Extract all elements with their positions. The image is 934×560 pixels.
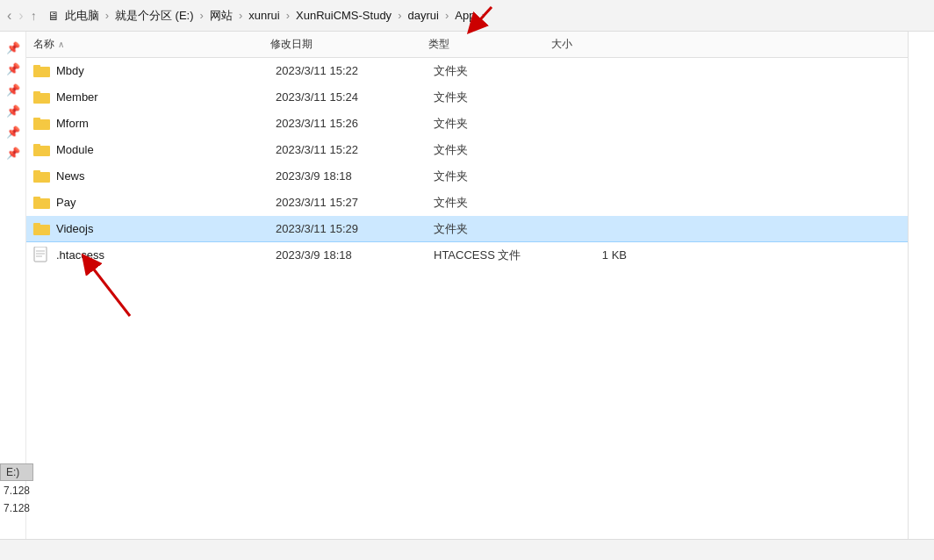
- breadcrumb-xunrui[interactable]: xunrui: [248, 9, 279, 22]
- file-name: Pay: [56, 196, 276, 209]
- folder-icon: [33, 168, 51, 185]
- breadcrumb-dayrui[interactable]: dayrui: [407, 9, 438, 22]
- file-date: 2023/3/11 15:22: [276, 143, 434, 156]
- table-row[interactable]: Module 2023/3/11 15:22 文件夹: [26, 137, 908, 163]
- pin-2[interactable]: 📌: [4, 60, 22, 77]
- file-list: Mbdy 2023/3/11 15:22 文件夹 Member 2023/3/1…: [26, 58, 908, 539]
- pin-5[interactable]: 📌: [4, 123, 22, 140]
- pin-1[interactable]: 📌: [4, 39, 22, 56]
- pin-3[interactable]: 📌: [4, 81, 22, 98]
- file-type: HTACCESS 文件: [434, 248, 557, 263]
- col-header-size[interactable]: 大小: [551, 37, 621, 52]
- column-header: 名称 ∧ 修改日期 类型 大小: [26, 32, 908, 58]
- breadcrumb-pc[interactable]: 此电脑: [65, 8, 99, 24]
- main-layout: 📌 📌 📌 📌 📌 📌 名称 ∧ 修改日期 类型: [0, 32, 934, 539]
- file-name: Module: [56, 143, 276, 156]
- right-panel: [908, 32, 934, 539]
- folder-icon: [33, 141, 51, 159]
- col-header-type[interactable]: 类型: [428, 37, 551, 52]
- breadcrumb-sep4: ›: [286, 9, 290, 22]
- folder-icon: [33, 115, 51, 133]
- file-date: 2023/3/9 18:18: [276, 248, 434, 262]
- file-type: 文件夹: [434, 142, 557, 158]
- bottom-label-2: 7.128: [0, 500, 33, 516]
- file-area: 名称 ∧ 修改日期 类型 大小: [26, 32, 908, 539]
- svg-rect-1: [33, 65, 40, 68]
- file-explorer-window: ‹ › ↑ 🖥 此电脑 › 就是个分区 (E:) › 网站 › xunrui ›…: [0, 0, 934, 560]
- file-name: News: [56, 169, 276, 183]
- file-type: 文件夹: [434, 169, 557, 184]
- breadcrumb-pc-icon: 🖥: [47, 9, 60, 23]
- file-type: 文件夹: [434, 63, 557, 79]
- pin-6[interactable]: 📌: [4, 144, 22, 162]
- file-size: 1 KB: [557, 248, 627, 262]
- file-type: 文件夹: [434, 116, 557, 132]
- table-row[interactable]: Mbdy 2023/3/11 15:22 文件夹: [26, 58, 908, 84]
- file-date: 2023/3/11 15:29: [276, 222, 434, 235]
- sort-icon: ∧: [58, 39, 64, 49]
- file-date: 2023/3/11 15:26: [276, 117, 434, 130]
- svg-rect-9: [33, 170, 40, 174]
- file-name: Videojs: [56, 222, 276, 235]
- svg-rect-13: [33, 223, 40, 226]
- bottom-label-1: 7.128: [0, 483, 33, 499]
- folder-icon: [33, 89, 51, 106]
- breadcrumb-bar: ‹ › ↑ 🖥 此电脑 › 就是个分区 (E:) › 网站 › xunrui ›…: [0, 0, 934, 32]
- file-name: Mbdy: [56, 64, 276, 77]
- breadcrumb-sep6: ›: [445, 9, 449, 22]
- svg-rect-3: [33, 91, 40, 95]
- breadcrumb-sep5: ›: [398, 9, 401, 22]
- file-type: 文件夹: [434, 90, 557, 105]
- file-date: 2023/3/9 18:18: [276, 169, 434, 183]
- breadcrumb-wangzhan[interactable]: 网站: [210, 8, 233, 24]
- col-header-date[interactable]: 修改日期: [270, 37, 428, 52]
- pin-4[interactable]: 📌: [4, 102, 22, 119]
- breadcrumb-sep7: ›: [481, 9, 485, 22]
- file-name: Mform: [56, 117, 276, 130]
- file-name: Member: [56, 90, 276, 104]
- breadcrumb-sep3: ›: [239, 9, 242, 22]
- file-name: .htaccess: [56, 248, 276, 262]
- nav-forward-icon[interactable]: ›: [18, 8, 23, 24]
- table-row[interactable]: Mform 2023/3/11 15:26 文件夹: [26, 111, 908, 137]
- file-type: 文件夹: [434, 221, 557, 237]
- svg-rect-11: [33, 197, 40, 200]
- folder-icon: [33, 220, 51, 238]
- table-row[interactable]: Pay 2023/3/11 15:27 文件夹: [26, 190, 908, 216]
- folder-icon: [33, 62, 51, 80]
- table-row[interactable]: Videojs 2023/3/11 15:29 文件夹: [26, 216, 908, 242]
- col-header-name[interactable]: 名称 ∧: [33, 37, 270, 52]
- folder-icon: [33, 194, 51, 212]
- file-type: 文件夹: [434, 195, 557, 211]
- table-row[interactable]: Member 2023/3/11 15:24 文件夹: [26, 84, 908, 111]
- svg-rect-7: [33, 144, 40, 147]
- file-icon: [33, 247, 51, 264]
- nav-up-icon[interactable]: ↑: [31, 9, 37, 23]
- file-date: 2023/3/11 15:24: [276, 90, 434, 104]
- bottom-label-e: E:): [0, 463, 33, 481]
- svg-rect-5: [33, 118, 40, 121]
- bottom-labels: E:) 7.128 7.128: [0, 463, 33, 516]
- breadcrumb-partition[interactable]: 就是个分区 (E:): [115, 8, 194, 24]
- nav-back-icon[interactable]: ‹: [7, 8, 11, 24]
- table-row[interactable]: .htaccess 2023/3/9 18:18 HTACCESS 文件 1 K…: [26, 242, 908, 269]
- breadcrumb-sep1: ›: [105, 9, 109, 22]
- file-date: 2023/3/11 15:22: [276, 64, 434, 77]
- status-bar: [0, 539, 934, 560]
- table-row[interactable]: News 2023/3/9 18:18 文件夹: [26, 163, 908, 190]
- breadcrumb-sep2: ›: [200, 9, 204, 22]
- breadcrumb-app[interactable]: App: [455, 9, 475, 22]
- file-date: 2023/3/11 15:27: [276, 196, 434, 209]
- breadcrumb-cms[interactable]: XunRuiCMS-Study: [296, 9, 392, 22]
